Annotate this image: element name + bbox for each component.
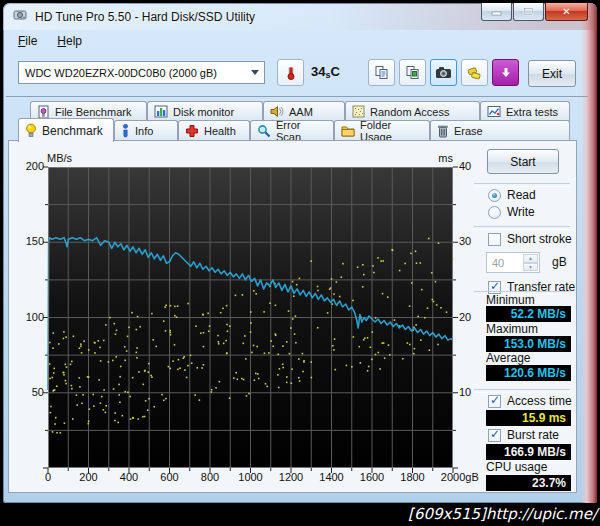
axis-tick-label: 40 — [459, 160, 471, 172]
tab-label: AAM — [289, 106, 313, 118]
watermark: [609x515]http://upic.me/ — [408, 505, 597, 523]
close-button[interactable]: ✕ — [545, 3, 588, 21]
radio-selected-icon[interactable] — [488, 189, 501, 202]
axis-tick-label: 100 — [8, 311, 44, 323]
tab-label: File Benchmark — [55, 106, 131, 118]
labels-icon — [467, 65, 483, 81]
benchmark-chart-plot — [48, 167, 453, 468]
info-icon — [121, 124, 130, 138]
tab-health[interactable]: Health — [178, 120, 250, 141]
menu-bar: File Help — [9, 30, 91, 52]
tab-aam[interactable]: AAM — [263, 101, 345, 121]
tab-erase[interactable]: Erase — [430, 120, 570, 141]
maximize-button[interactable] — [513, 3, 544, 21]
copy-image-button[interactable] — [399, 59, 426, 86]
minimum-value-box: 52.2 MB/s — [486, 306, 571, 322]
axis-tick-label: 10 — [459, 386, 471, 398]
tab-label: Info — [135, 125, 153, 137]
panel-separator — [474, 183, 570, 187]
copy-image-icon — [405, 65, 421, 81]
temperature-button[interactable] — [277, 59, 304, 86]
tab-label: Extra tests — [506, 106, 558, 118]
read-radio-label: Read — [507, 188, 536, 202]
minimize-button[interactable] — [481, 3, 512, 21]
chevron-down-icon — [251, 70, 259, 75]
screenshot-button[interactable] — [430, 59, 457, 86]
maximum-value-box: 153.0 MB/s — [486, 336, 571, 352]
short-stroke-size-spinner[interactable]: 40 ▲▼ — [486, 252, 540, 273]
average-value-box: 120.6 MB/s — [486, 365, 571, 381]
tab-label: Erase — [454, 125, 483, 137]
menu-help[interactable]: Help — [48, 31, 91, 51]
drive-select-combobox[interactable]: WDC WD20EZRX-00DC0B0 (2000 gB) — [18, 61, 265, 84]
title-bar[interactable]: HD Tune Pro 5.50 - Hard Disk/SSD Utility… — [3, 3, 597, 30]
average-label: Average — [486, 351, 530, 365]
axis-tick-label: 400 — [120, 471, 138, 483]
burst-rate-checkbox[interactable]: Burst rate — [488, 428, 559, 442]
screenshot-camera-icon — [435, 65, 452, 80]
temperature-readout: 34sC — [311, 64, 340, 80]
axis-tick-label: 1800 — [400, 471, 424, 483]
copy-text-button[interactable] — [368, 59, 395, 86]
exit-button[interactable]: Exit — [528, 60, 576, 87]
axis-tick-label: 2000gB — [441, 471, 479, 483]
axis-tick-label: 0 — [45, 471, 51, 483]
read-radio[interactable]: Read — [488, 188, 536, 202]
labels-button[interactable] — [461, 59, 488, 86]
spin-down-icon[interactable]: ▼ — [523, 263, 538, 272]
maximum-label: Maximum — [486, 322, 538, 336]
burst-rate-value-box: 166.9 MB/s — [486, 444, 571, 460]
window-right-border — [581, 3, 597, 503]
screenshot-canvas: HD Tune Pro 5.50 - Hard Disk/SSD Utility… — [0, 0, 600, 526]
disk-monitor-icon — [154, 105, 168, 118]
extra-tests-icon — [487, 105, 501, 118]
tab-folder-usage[interactable]: Folder Usage — [334, 120, 430, 141]
start-button[interactable]: Start — [487, 149, 559, 174]
checkbox-checked-icon[interactable] — [488, 429, 501, 442]
cpu-usage-label: CPU usage — [486, 460, 547, 474]
access-time-checkbox[interactable]: Access time — [488, 394, 572, 408]
tab-random-access[interactable]: Random Access — [345, 101, 480, 121]
tab-extra-tests[interactable]: Extra tests — [480, 101, 570, 121]
short-stroke-unit: gB — [552, 255, 567, 269]
burst-rate-label: Burst rate — [507, 428, 559, 442]
axis-tick-label: 1600 — [360, 471, 384, 483]
magnifier-icon — [257, 124, 271, 138]
y-right-axis-title: ms — [428, 152, 453, 164]
axis-tick-label: 1200 — [279, 471, 303, 483]
tab-label: Benchmark — [42, 124, 103, 138]
panel-separator — [474, 226, 570, 230]
panel-separator — [474, 389, 570, 393]
write-radio-label: Write — [507, 205, 535, 219]
window-title: HD Tune Pro 5.50 - Hard Disk/SSD Utility — [35, 10, 255, 24]
tab-label: Health — [204, 125, 236, 137]
health-cross-icon — [185, 124, 199, 138]
trash-icon — [437, 124, 449, 138]
checkbox-unchecked-icon[interactable] — [488, 233, 501, 246]
short-stroke-checkbox[interactable]: Short stroke — [488, 232, 572, 246]
download-update-button[interactable] — [492, 59, 519, 86]
tab-benchmark[interactable]: Benchmark — [18, 118, 114, 142]
copy-text-icon — [374, 65, 390, 81]
access-time-label: Access time — [507, 394, 572, 408]
write-radio[interactable]: Write — [488, 205, 535, 219]
tab-label: Random Access — [370, 106, 449, 118]
menu-file[interactable]: File — [9, 31, 46, 51]
checkbox-checked-icon[interactable] — [488, 395, 501, 408]
download-icon — [499, 66, 513, 80]
thermometer-icon — [284, 65, 298, 80]
y-left-axis-title: MB/s — [47, 152, 72, 164]
tab-info[interactable]: Info — [114, 120, 178, 141]
folder-icon — [341, 125, 355, 137]
spinner-buttons[interactable]: ▲▼ — [523, 254, 538, 271]
axis-tick-label: 800 — [201, 471, 219, 483]
benchmark-lamp-icon — [25, 123, 37, 139]
radio-icon[interactable] — [488, 206, 501, 219]
spin-up-icon[interactable]: ▲ — [523, 254, 538, 263]
tab-error-scan[interactable]: Error Scan — [250, 120, 334, 141]
tab-label: Disk monitor — [173, 106, 234, 118]
toolbar-divider — [6, 96, 588, 97]
tab-disk-monitor[interactable]: Disk monitor — [147, 101, 263, 121]
cpu-usage-value-box: 23.7% — [486, 475, 571, 491]
window-controls: ✕ — [480, 3, 588, 21]
